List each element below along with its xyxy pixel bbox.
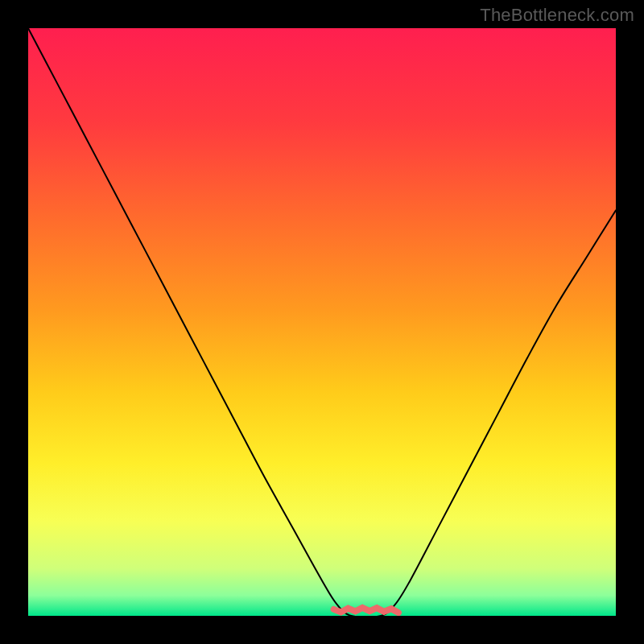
plot-area [28,28,616,616]
gradient-background [28,28,616,616]
chart-frame: TheBottleneck.com [0,0,644,644]
flat-region-marker [334,608,398,613]
watermark-text: TheBottleneck.com [480,5,634,26]
chart-svg [28,28,616,616]
